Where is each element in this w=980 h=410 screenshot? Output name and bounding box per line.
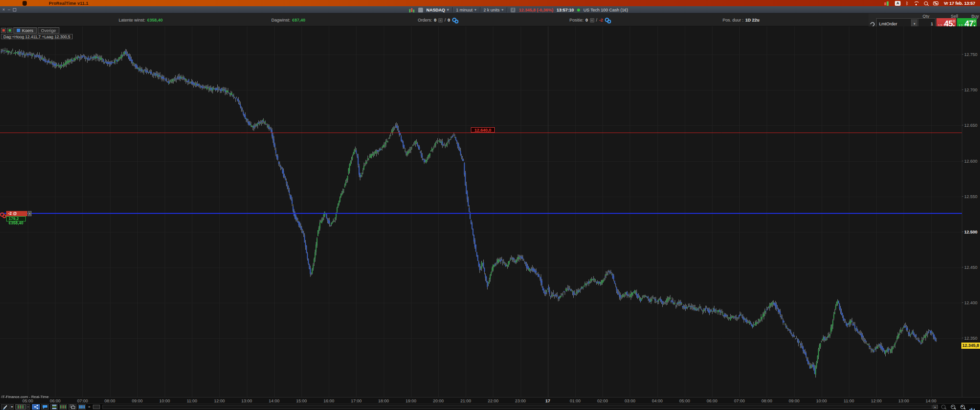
bottom-toolbar: ▾ − « ▸ − + ↓ bbox=[0, 403, 980, 410]
buy-marker-toggle-icon[interactable] bbox=[7, 28, 12, 33]
scroll-right-button[interactable]: ▸ bbox=[933, 405, 938, 409]
zoom-reset-icon[interactable] bbox=[941, 404, 947, 410]
time-tick-label: 03:00 bbox=[622, 399, 638, 403]
sell-marker-toggle-icon[interactable] bbox=[1, 28, 6, 33]
chevron-down-icon: ▾ bbox=[475, 8, 477, 12]
position-entry-label: -2 @ 12.526,0 bbox=[6, 211, 27, 216]
price-series-icon bbox=[17, 29, 20, 32]
workspaces-button[interactable] bbox=[68, 404, 77, 410]
remove-chart-button[interactable]: − bbox=[26, 404, 30, 410]
orders-stat: Orders: 0 × / 0 bbox=[418, 18, 457, 22]
time-axis[interactable]: 05:0006:0007:0008:0009:0010:0011:0012:00… bbox=[0, 397, 980, 403]
time-tick-label: 09:00 bbox=[129, 399, 145, 403]
price-tick-label: 12.750 bbox=[964, 52, 978, 57]
chart-window-button[interactable] bbox=[15, 404, 26, 410]
time-tick-label: 15:00 bbox=[293, 399, 310, 403]
menu-bar-clock[interactable]: Vr 17 feb. 13:57 bbox=[944, 1, 975, 6]
time-tick-label: 06:00 bbox=[704, 399, 720, 403]
zoom-out-icon[interactable]: − bbox=[950, 404, 956, 410]
share-button[interactable] bbox=[32, 404, 40, 410]
control-center-icon[interactable] bbox=[933, 1, 938, 5]
spotlight-search-icon[interactable] bbox=[924, 1, 928, 5]
time-tick-label: 05:00 bbox=[20, 399, 36, 403]
collapse-toolbar-button[interactable]: « bbox=[87, 404, 91, 410]
time-tick-label: 20:00 bbox=[430, 399, 446, 403]
day-profit: Dagwinst: €87,40 bbox=[271, 18, 305, 22]
price-tick-label: 12.400 bbox=[964, 300, 978, 305]
position-duration: Pos. duur : 1D 22u bbox=[723, 18, 759, 22]
orders-list-button[interactable] bbox=[50, 404, 58, 410]
bluetooth-icon[interactable]: ᛒ bbox=[906, 1, 908, 6]
chart-horizontal-scrollbar[interactable] bbox=[102, 405, 932, 409]
price-axis[interactable]: 12.75012.70012.65012.60012.55012.50012.4… bbox=[962, 26, 980, 397]
time-tick-label: 02:00 bbox=[594, 399, 611, 403]
chart-type-icon[interactable] bbox=[409, 8, 415, 12]
price-tick-label: 12.550 bbox=[964, 194, 978, 199]
price-tick-label: 12.700 bbox=[964, 88, 978, 92]
candles-canvas[interactable] bbox=[0, 26, 962, 397]
instrument-select[interactable]: NASDAQ ▾ bbox=[426, 8, 449, 12]
time-tick-label: 07:00 bbox=[74, 399, 90, 403]
time-tick-label: 12:00 bbox=[211, 399, 227, 403]
time-tick-label: 23:00 bbox=[512, 399, 529, 403]
window-maximize-button[interactable] bbox=[13, 8, 16, 11]
time-tick-label: 14:00 bbox=[923, 399, 939, 403]
toolbar-mini-input[interactable] bbox=[93, 405, 100, 409]
time-tick-label: 01:00 bbox=[567, 399, 583, 403]
price-tick-label: 12.500 bbox=[964, 230, 978, 234]
latent-profit: Latente winst: €358,40 bbox=[119, 18, 163, 22]
price-tick-label: 12.350 bbox=[964, 336, 978, 341]
close-position-icon[interactable]: × bbox=[590, 18, 594, 22]
price-tick-label: 12.650 bbox=[964, 123, 978, 128]
time-tick-label: 18:00 bbox=[376, 399, 392, 403]
position-stat: Positie: 0 × / -2 bbox=[569, 18, 610, 22]
last-quote: 12.345,8 (-0,36%) bbox=[519, 8, 553, 12]
feed-watermark: IT-Finance.com - Real-Time bbox=[1, 395, 49, 399]
info-icon[interactable]: i bbox=[511, 8, 515, 12]
positions-button[interactable] bbox=[59, 404, 67, 410]
app-title: ProRealTime v11.1 bbox=[49, 1, 89, 6]
download-data-icon[interactable]: ↓ bbox=[969, 404, 976, 410]
feed-status-icon bbox=[577, 9, 580, 11]
timeframe-select[interactable]: 1 minuut ▾ bbox=[456, 8, 477, 12]
time-tick-label: 10:00 bbox=[156, 399, 173, 403]
drawing-tools-button[interactable] bbox=[1, 404, 10, 410]
tab-overige[interactable]: Overige bbox=[38, 27, 60, 33]
chevron-down-icon: ▾ bbox=[501, 8, 503, 12]
time-tick-label: 17:00 bbox=[348, 399, 364, 403]
time-tick-label: 05:00 bbox=[677, 399, 693, 403]
wifi-icon[interactable] bbox=[913, 1, 919, 5]
prt-menubar-candle-icon[interactable] bbox=[884, 1, 890, 6]
position-gears-icon[interactable] bbox=[0, 212, 5, 217]
time-tick-label: 07:00 bbox=[731, 399, 747, 403]
input-source-icon[interactable]: A bbox=[895, 1, 901, 6]
chart-plot-area[interactable] bbox=[0, 26, 962, 397]
orders-tools-icon[interactable] bbox=[452, 18, 457, 22]
time-tick-label: 13:00 bbox=[239, 399, 255, 403]
apple-menu-icon[interactable] bbox=[22, 1, 27, 6]
instrument-list-icon[interactable] bbox=[418, 8, 423, 12]
chat-button[interactable] bbox=[41, 404, 49, 410]
resistance-line-label[interactable]: 12.640,0 bbox=[471, 127, 495, 133]
zoom-in-icon[interactable]: + bbox=[960, 404, 966, 410]
account-performance-button[interactable] bbox=[78, 404, 86, 410]
day-separator-label: 17 bbox=[540, 399, 556, 403]
window-close-button[interactable]: × bbox=[2, 7, 5, 12]
position-tools-icon[interactable] bbox=[605, 18, 610, 22]
cancel-orders-icon[interactable]: × bbox=[438, 18, 443, 22]
units-select[interactable]: 2 k units ▾ bbox=[484, 8, 504, 12]
time-tick-label: 12:00 bbox=[868, 399, 884, 403]
time-tick-label: 19:00 bbox=[403, 399, 419, 403]
time-tick-label: 08:00 bbox=[102, 399, 118, 403]
day-range-label: Dag:+Hoog 12.411,7 +Laag 12.300,5 bbox=[1, 34, 73, 39]
time-tick-label: 16:00 bbox=[321, 399, 337, 403]
drawing-tools-caret[interactable]: ▾ bbox=[10, 404, 14, 410]
window-minimize-button[interactable]: ‒ bbox=[8, 7, 10, 12]
feed-name: US Tech 100 Cash (1€) bbox=[583, 8, 628, 12]
quote-time: 13:57:10 bbox=[557, 8, 574, 12]
time-tick-label: 13:00 bbox=[895, 399, 912, 403]
time-tick-label: 09:00 bbox=[786, 399, 802, 403]
tab-koers[interactable]: Koers bbox=[13, 27, 37, 33]
close-position-x-icon[interactable]: × bbox=[28, 211, 32, 216]
time-tick-label: 04:00 bbox=[649, 399, 666, 403]
